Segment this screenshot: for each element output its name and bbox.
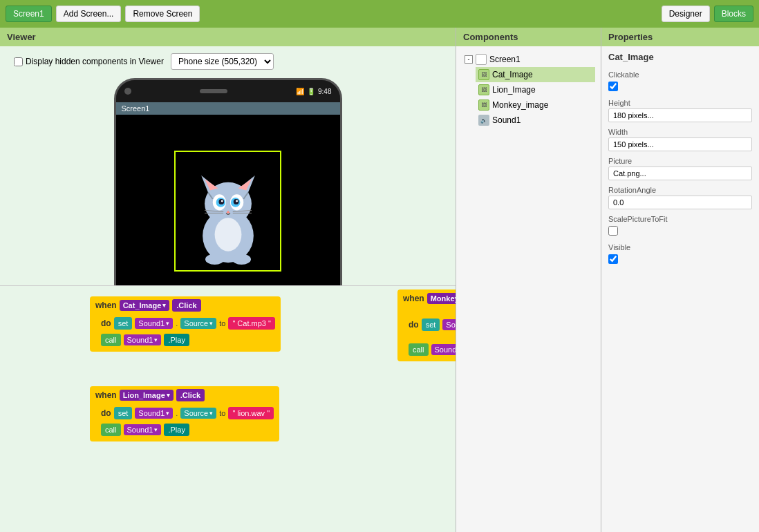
scale-checkbox[interactable] bbox=[608, 226, 618, 236]
sound-icon: 🔊 bbox=[478, 115, 489, 126]
comp-children: 🖼 Cat_Image 🖼 Lion_Image 🖼 Monkey_image … bbox=[476, 67, 595, 128]
monkey-sound2-dropdown[interactable]: Sound1 bbox=[431, 344, 456, 355]
display-hidden-label: Display hidden components in Viewer bbox=[14, 57, 164, 66]
components-panel: Components - Screen1 🖼 Cat_Image 🖼 Lion_… bbox=[456, 28, 601, 532]
lion-play-label: .Play bbox=[164, 424, 189, 436]
remove-screen-button[interactable]: Remove Screen bbox=[125, 6, 200, 22]
block-lion-click: when Lion_Image .Click do set Sound1 . S… bbox=[90, 386, 279, 441]
width-input[interactable] bbox=[608, 137, 752, 151]
cat-value-label: " Cat.mp3 " bbox=[228, 317, 275, 330]
viewer-content: Display hidden components in Viewer Phon… bbox=[0, 46, 456, 285]
cat-component-dropdown[interactable]: Cat_Image bbox=[120, 300, 170, 311]
visible-label: Visible bbox=[608, 243, 752, 251]
phone-size-select[interactable]: Phone size (505,320) bbox=[171, 53, 274, 70]
viewer-controls: Display hidden components in Viewer Phon… bbox=[14, 53, 442, 70]
sound1-label: Sound1 bbox=[492, 115, 521, 125]
do-label-cat: do bbox=[101, 319, 111, 328]
cat-play-label: .Play bbox=[164, 334, 189, 346]
lion-sound-dropdown[interactable]: Sound1 bbox=[135, 408, 173, 419]
comp-sound1[interactable]: 🔊 Sound1 bbox=[476, 113, 595, 128]
prop-scale: ScalePictureToFit bbox=[601, 212, 759, 240]
comp-lion-image[interactable]: 🖼 Lion_Image bbox=[476, 82, 595, 97]
cat-click-label: .Click bbox=[172, 299, 200, 312]
visible-checkbox[interactable] bbox=[608, 254, 618, 264]
monkey-component-dropdown[interactable]: Monkey_image bbox=[427, 293, 456, 304]
block-monkey-click: when Monkey_image .Click do set Sound1 .… bbox=[397, 289, 456, 361]
cat-source-dropdown[interactable]: Source bbox=[180, 318, 216, 329]
block-when-monkey: when Monkey_image .Click bbox=[397, 289, 456, 307]
picture-label: Picture bbox=[608, 157, 752, 165]
phone-top-bar: 📶 🔋 9:48 bbox=[116, 80, 340, 102]
height-input[interactable] bbox=[608, 108, 752, 122]
block-do-cat: do set Sound1 . Source to " Cat.mp3 " ca… bbox=[90, 314, 281, 352]
blocks-area: when Cat_Image .Click do set Sound1 . So… bbox=[0, 285, 456, 532]
screen-body bbox=[116, 115, 340, 285]
prop-picture: Picture bbox=[601, 154, 759, 183]
block-do-lion: do set Sound1 . Source to " lion.wav " c… bbox=[90, 404, 279, 441]
prop-width: Width bbox=[601, 125, 759, 154]
phone-screen: Screen1 bbox=[116, 102, 340, 285]
scale-label: ScalePictureToFit bbox=[608, 215, 752, 223]
lion-sound2-dropdown[interactable]: Sound1 bbox=[124, 424, 162, 435]
collapse-icon[interactable]: - bbox=[465, 55, 473, 64]
cat-sound2-dropdown[interactable]: Sound1 bbox=[124, 334, 162, 345]
phone-mockup: 📶 🔋 9:48 Screen1 bbox=[114, 78, 342, 285]
clickable-label: Clickable bbox=[608, 70, 752, 79]
monkey-image-icon: 🖼 bbox=[478, 99, 489, 111]
rotation-label: RotationAngle bbox=[608, 186, 752, 194]
lion-set-row: do set Sound1 . Source to " lion.wav " bbox=[101, 407, 274, 419]
cat-set-row: do set Sound1 . Source to " Cat.mp3 " bbox=[101, 317, 275, 330]
picture-input[interactable] bbox=[608, 167, 752, 180]
comp-cat-image[interactable]: 🖼 Cat_Image bbox=[476, 67, 595, 82]
comp-monkey-image[interactable]: 🖼 Monkey_image bbox=[476, 97, 595, 113]
viewer-panel: Viewer Display hidden components in View… bbox=[0, 28, 456, 532]
screen-icon bbox=[476, 54, 487, 65]
add-screen-button[interactable]: Add Screen... bbox=[56, 6, 122, 22]
blocks-button[interactable]: Blocks bbox=[714, 6, 753, 22]
monkey-image-label: Monkey_image bbox=[492, 100, 548, 110]
phone-container: 📶 🔋 9:48 Screen1 bbox=[14, 78, 442, 285]
properties-panel: Properties Cat_Image Clickable Height Wi… bbox=[601, 28, 759, 532]
battery-icon: 🔋 bbox=[307, 88, 315, 95]
rotation-input[interactable] bbox=[608, 196, 752, 209]
cat-set-label: set bbox=[114, 317, 133, 330]
cat-sound-dropdown[interactable]: Sound1 bbox=[135, 318, 173, 329]
cat-call-label: call bbox=[101, 334, 121, 346]
component-tree: - Screen1 🖼 Cat_Image 🖼 Lion_Image 🖼 Mon… bbox=[456, 46, 601, 133]
lion-image-label: Lion_Image bbox=[492, 85, 536, 95]
do-label-lion: do bbox=[101, 408, 111, 418]
when-label-cat: when bbox=[95, 301, 117, 310]
display-hidden-checkbox[interactable] bbox=[14, 57, 23, 66]
clickable-checkbox[interactable] bbox=[608, 82, 618, 91]
block-cat-click: when Cat_Image .Click do set Sound1 . So… bbox=[90, 296, 281, 352]
svg-point-12 bbox=[221, 200, 223, 202]
svg-point-20 bbox=[205, 254, 224, 265]
designer-button[interactable]: Designer bbox=[662, 6, 710, 22]
properties-component-title: Cat_Image bbox=[601, 46, 759, 68]
lion-value-label: " lion.wav " bbox=[228, 407, 274, 419]
width-label: Width bbox=[608, 128, 752, 136]
monkey-call-row: call Sound1 .Play bbox=[409, 343, 456, 356]
toolbar: Screen1 Add Screen... Remove Screen Desi… bbox=[0, 0, 759, 28]
block-when-cat: when Cat_Image .Click bbox=[90, 296, 281, 314]
lion-click-label: .Click bbox=[176, 389, 205, 401]
phone-status: 📶 🔋 9:48 bbox=[296, 88, 331, 95]
cat-call-row: call Sound1 .Play bbox=[101, 334, 275, 346]
lion-to-label: to bbox=[219, 409, 225, 417]
screen1-button[interactable]: Screen1 bbox=[6, 6, 52, 22]
svg-point-13 bbox=[236, 200, 238, 202]
comp-screen1[interactable]: - Screen1 bbox=[462, 52, 595, 67]
prop-clickable: Clickable bbox=[601, 68, 759, 96]
properties-header: Properties bbox=[601, 28, 759, 46]
viewer-header: Viewer bbox=[0, 28, 456, 46]
lion-set-label: set bbox=[114, 407, 133, 419]
lion-component-dropdown[interactable]: Lion_Image bbox=[120, 390, 174, 401]
screen-title: Screen1 bbox=[116, 102, 340, 115]
lion-source-dropdown[interactable]: Source bbox=[180, 408, 216, 419]
lion-image-icon: 🖼 bbox=[478, 84, 489, 95]
monkey-sound-dropdown[interactable]: Sound1 bbox=[442, 319, 456, 330]
cat-image-label: Cat_Image bbox=[492, 70, 533, 79]
do-label-monkey: do bbox=[409, 320, 419, 330]
wifi-icon: 📶 bbox=[296, 88, 304, 95]
cat-image-icon: 🖼 bbox=[478, 69, 489, 80]
